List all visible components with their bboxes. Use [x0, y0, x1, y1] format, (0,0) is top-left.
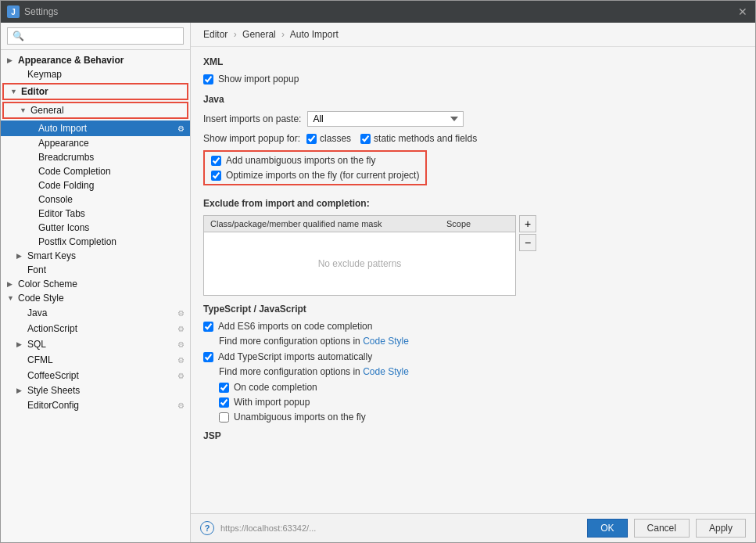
code-style-link1[interactable]: Code Style	[363, 336, 409, 347]
sidebar-item-breadcrumbs[interactable]: Breadcrumbs	[1, 150, 190, 164]
optimize-imports-checkbox[interactable]	[211, 171, 221, 181]
settings-icon: ⚙	[174, 307, 187, 319]
sidebar-item-editor[interactable]: ▼ Editor	[2, 83, 188, 100]
expand-arrow: ▶	[7, 56, 18, 64]
exclude-table-container: Class/package/member qualified name mask…	[203, 215, 743, 296]
ok-button[interactable]: OK	[587, 519, 627, 538]
expand-arrow: ▶	[7, 280, 18, 288]
exclude-table-body: No exclude patterns	[204, 232, 515, 295]
add-unambiguous-row: Add unambiguous imports on the fly	[211, 155, 419, 166]
show-popup-for-row: Show import popup for: classes static me…	[203, 133, 743, 144]
sidebar-item-smart-keys[interactable]: ▶ Smart Keys	[1, 249, 190, 263]
on-code-completion-checkbox[interactable]	[219, 383, 229, 393]
sidebar-label: Console	[38, 194, 190, 205]
col-scope-header: Scope	[446, 219, 509, 228]
sidebar-item-appearance-behavior[interactable]: ▶ Appearance & Behavior	[1, 53, 190, 67]
sidebar-label: CoffeeScript	[27, 370, 174, 381]
add-unambiguous-label: Add unambiguous imports on the fly	[226, 155, 375, 166]
sidebar-label: Code Style	[18, 293, 190, 304]
with-import-popup-checkbox[interactable]	[219, 397, 229, 408]
find-config-ts1-row: Find more configuration options in Code …	[219, 336, 743, 347]
sidebar-item-color-scheme[interactable]: ▶ Color Scheme	[1, 277, 190, 291]
sidebar-item-cfml[interactable]: CFML ⚙	[1, 352, 190, 368]
classes-checkbox[interactable]	[306, 134, 317, 144]
search-input[interactable]	[7, 27, 184, 45]
unambiguous-imports-checkbox[interactable]	[219, 412, 229, 423]
add-es6-checkbox[interactable]	[203, 322, 213, 332]
apply-button[interactable]: Apply	[696, 519, 746, 538]
sidebar-item-editor-tabs[interactable]: Editor Tabs	[1, 207, 190, 221]
sidebar-item-code-completion[interactable]: Code Completion	[1, 164, 190, 178]
show-import-popup-checkbox[interactable]	[203, 74, 213, 85]
breadcrumb: Editor › General › Auto Import	[191, 23, 755, 47]
optimize-imports-label: Optimize imports on the fly (for current…	[226, 170, 419, 181]
sidebar-item-style-sheets[interactable]: ▶ Style Sheets	[1, 383, 190, 397]
breadcrumb-part3: Auto Import	[290, 29, 339, 40]
sidebar-item-sql[interactable]: ▶ SQL ⚙	[1, 336, 190, 352]
static-methods-checkbox[interactable]	[360, 134, 371, 144]
sidebar-label: Appearance & Behavior	[18, 55, 190, 66]
sidebar-label: SQL	[27, 339, 174, 350]
code-style-link2[interactable]: Code Style	[363, 366, 409, 377]
expand-arrow: ▶	[16, 340, 27, 348]
no-patterns-text: No exclude patterns	[318, 258, 402, 269]
expand-arrow: ▶	[16, 387, 27, 394]
sidebar-item-appearance[interactable]: Appearance	[1, 136, 190, 150]
sidebar-item-keymap[interactable]: Keymap	[1, 67, 190, 81]
close-button[interactable]: ✕	[736, 5, 749, 18]
cancel-button[interactable]: Cancel	[634, 519, 690, 538]
sidebar-item-console[interactable]: Console	[1, 192, 190, 207]
exclude-table: Class/package/member qualified name mask…	[203, 215, 516, 296]
sidebar-label: Keymap	[27, 69, 190, 80]
optimize-imports-row: Optimize imports on the fly (for current…	[211, 170, 419, 181]
add-typescript-checkbox[interactable]	[203, 352, 213, 362]
main-content: ▶ Appearance & Behavior Keymap ▼ Editor …	[1, 23, 755, 542]
sidebar-label: Gutter Icons	[38, 222, 190, 233]
settings-icon: ⚙	[174, 354, 187, 366]
sidebar-item-java[interactable]: Java ⚙	[1, 305, 190, 321]
find-config-ts1-text: Find more configuration options in	[219, 336, 360, 347]
exclude-section: Exclude from import and completion: Clas…	[203, 198, 743, 296]
add-exclude-button[interactable]: +	[519, 215, 536, 232]
xml-section-title: XML	[203, 56, 743, 67]
sidebar-item-font[interactable]: Font	[1, 263, 190, 277]
add-typescript-label: Add TypeScript imports automatically	[218, 351, 372, 362]
sidebar-label: ActionScript	[27, 323, 174, 334]
sidebar-label: CFML	[27, 354, 174, 365]
help-icon[interactable]: ?	[200, 521, 214, 535]
add-unambiguous-checkbox[interactable]	[211, 156, 221, 166]
expand-arrow: ▼	[20, 106, 30, 114]
col-mask-header: Class/package/member qualified name mask	[210, 219, 446, 228]
sidebar-item-actionscript[interactable]: ActionScript ⚙	[1, 321, 190, 336]
exclude-table-header: Class/package/member qualified name mask…	[204, 216, 515, 232]
settings-icon: ⚙	[174, 369, 187, 382]
sidebar-item-general[interactable]: ▼ General	[2, 102, 188, 119]
insert-imports-dropdown[interactable]: All Ask None	[307, 111, 464, 127]
settings-panel: XML Show import popup Java Insert import…	[191, 47, 755, 513]
classes-label: classes	[320, 133, 351, 144]
sidebar-item-editorconfig[interactable]: EditorConfig ⚙	[1, 397, 190, 413]
bottom-bar: ? https://localhost:63342/... OK Cancel …	[191, 513, 755, 542]
sidebar-label: Editor Tabs	[38, 208, 190, 219]
remove-exclude-button[interactable]: −	[519, 234, 536, 251]
breadcrumb-part1: Editor	[203, 29, 228, 40]
sidebar-item-code-folding[interactable]: Code Folding	[1, 178, 190, 192]
insert-imports-row: Insert imports on paste: All Ask None	[203, 111, 743, 127]
sidebar-item-postfix-completion[interactable]: Postfix Completion	[1, 235, 190, 249]
expand-arrow: ▼	[10, 88, 21, 95]
sidebar-label: Code Completion	[38, 166, 190, 177]
sidebar-item-gutter-icons[interactable]: Gutter Icons	[1, 221, 190, 235]
sidebar-item-auto-import[interactable]: Auto Import ⚙	[1, 120, 190, 136]
sidebar-label: Java	[27, 307, 174, 318]
java-section-title: Java	[203, 94, 743, 105]
on-code-completion-row: On code completion	[219, 382, 743, 393]
typescript-section-title: TypeScript / JavaScript	[203, 304, 743, 315]
sidebar-item-code-style[interactable]: ▼ Code Style	[1, 291, 190, 305]
sidebar-label: Code Folding	[38, 180, 190, 191]
insert-imports-label: Insert imports on paste:	[203, 113, 301, 124]
sidebar: ▶ Appearance & Behavior Keymap ▼ Editor …	[1, 23, 191, 542]
content-area: Editor › General › Auto Import XML Show …	[191, 23, 755, 542]
sidebar-item-coffeescript[interactable]: CoffeeScript ⚙	[1, 368, 190, 383]
url-hint: https://localhost:63342/...	[220, 523, 581, 533]
breadcrumb-sep2: ›	[281, 29, 285, 40]
